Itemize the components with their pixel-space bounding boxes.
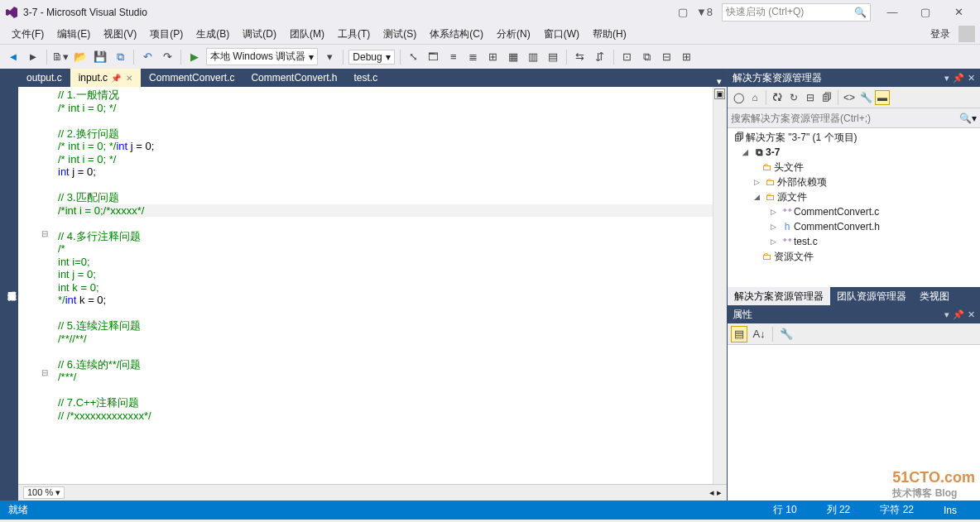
menu-item[interactable]: 窗口(W) <box>537 28 586 40</box>
tree-sources-folder[interactable]: ◢🗀源文件 <box>728 189 980 204</box>
split-nav-icon[interactable]: ▣ <box>714 89 725 99</box>
menu-item[interactable]: 项目(P) <box>143 28 190 40</box>
tool-icon-12[interactable]: ⧉ <box>639 49 656 65</box>
close-button[interactable]: ✕ <box>942 1 975 24</box>
props-dropdown-icon[interactable]: ▾ <box>944 309 949 320</box>
main-toolbar: ◄ ► 🗎▾ 📂 💾 ⧉ ↶ ↷ ▶ 本地 Windows 调试器 ▾ ▾ De… <box>0 44 980 69</box>
tree-project[interactable]: ◢⧉3-7 <box>728 145 980 160</box>
pane-dropdown-icon[interactable]: ▾ <box>944 73 949 84</box>
zoom-select[interactable]: 100 % ▾ <box>23 486 65 499</box>
start-debug-icon[interactable]: ▶ <box>186 49 203 65</box>
menu-item[interactable]: 工具(T) <box>331 28 377 40</box>
open-icon[interactable]: 📂 <box>72 49 89 65</box>
save-icon[interactable]: 💾 <box>92 49 108 65</box>
tool-icon-13[interactable]: ⊟ <box>659 49 675 65</box>
status-ins: Ins <box>944 505 957 516</box>
menu-item[interactable]: 分析(N) <box>490 28 537 40</box>
nav-fwd-icon[interactable]: ► <box>25 49 41 65</box>
tool-icon-3[interactable]: ≡ <box>445 49 462 65</box>
maximize-button[interactable]: ▢ <box>909 1 942 24</box>
props-alpha-icon[interactable]: A↓ <box>751 326 767 342</box>
tool-icon-5[interactable]: ⊞ <box>485 49 502 65</box>
minimize-button[interactable]: — <box>876 1 909 24</box>
tree-external-folder[interactable]: ▷🗀外部依赖项 <box>728 175 980 189</box>
code-editor[interactable]: ⊟ ⊟ // 1.一般情况/* int i = 0; */ // 2.换行问题/… <box>18 87 727 484</box>
debug-more-icon[interactable]: ▾ <box>321 49 338 65</box>
sign-in-link[interactable]: 登录 <box>930 27 950 41</box>
document-tab[interactable]: CommentConvert.c <box>141 69 243 87</box>
nav-back-icon[interactable]: ◄ <box>5 49 22 65</box>
status-char: 字符 22 <box>880 503 914 517</box>
se-sync-icon[interactable]: 🗘 <box>770 90 785 105</box>
tree-resources-folder[interactable]: 🗀资源文件 <box>728 249 980 264</box>
tool-icon-9[interactable]: ⇆ <box>572 49 588 65</box>
search-icon: 🔍▾ <box>959 113 977 124</box>
document-tab[interactable]: CommentConvert.h <box>243 69 345 87</box>
menu-item[interactable]: 调试(D) <box>236 28 283 40</box>
menu-item[interactable]: 团队(M) <box>283 28 331 40</box>
vertical-scrollbar[interactable]: ▣ <box>713 87 727 484</box>
props-pin-icon[interactable]: 📌 <box>953 309 964 320</box>
se-properties-icon[interactable]: 🔧 <box>858 90 873 105</box>
solution-explorer-search[interactable]: 🔍▾ <box>728 108 980 128</box>
tree-solution-root[interactable]: 🗐解决方案 "3-7" (1 个项目) <box>728 130 980 145</box>
solution-tree[interactable]: 🗐解决方案 "3-7" (1 个项目) ◢⧉3-7 🗀头文件 ▷🗀外部依赖项 ◢… <box>728 128 980 287</box>
se-back-icon[interactable]: ◯ <box>731 90 746 105</box>
tool-icon-8[interactable]: ▤ <box>545 49 561 65</box>
tool-icon-14[interactable]: ⊞ <box>679 49 695 65</box>
props-close-icon[interactable]: ✕ <box>968 309 975 320</box>
props-categorized-icon[interactable]: ▤ <box>731 326 747 342</box>
tool-icon-7[interactable]: ▥ <box>525 49 541 65</box>
tab-team-explorer[interactable]: 团队资源管理器 <box>830 287 913 305</box>
quick-launch-input[interactable]: 快速启动 (Ctrl+Q)🔍 <box>722 3 871 22</box>
flag-icon[interactable]: ▼8 <box>696 6 713 18</box>
menu-item[interactable]: 编辑(E) <box>50 28 97 40</box>
tool-icon-11[interactable]: ⊡ <box>619 49 636 65</box>
se-collapse-icon[interactable]: ⊟ <box>803 90 818 105</box>
properties-title: 属性 <box>733 308 752 322</box>
tree-file[interactable]: ▷hCommentConvert.h <box>728 219 980 234</box>
tab-class-view[interactable]: 类视图 <box>913 287 956 305</box>
solution-explorer-toolbar: ◯ ⌂ 🗘 ↻ ⊟ 🗐 <> 🔧 ▬ <box>728 87 980 108</box>
feedback-icon[interactable]: ▢ <box>678 6 688 18</box>
menu-item[interactable]: 帮助(H) <box>586 28 633 40</box>
menu-item[interactable]: 文件(F) <box>5 28 50 40</box>
code-content[interactable]: // 1.一般情况/* int i = 0; */ // 2.换行问题/* in… <box>51 87 713 484</box>
tree-file[interactable]: ▷⁺⁺test.c <box>728 234 980 249</box>
menu-item[interactable]: 视图(V) <box>97 28 143 40</box>
document-tab[interactable]: output.c <box>18 69 70 87</box>
menu-item[interactable]: 体系结构(C) <box>423 28 490 40</box>
new-project-icon[interactable]: 🗎▾ <box>52 49 69 65</box>
se-home-icon[interactable]: ⌂ <box>747 90 762 105</box>
se-refresh-icon[interactable]: ↻ <box>786 90 801 105</box>
status-line: 行 10 <box>773 503 797 517</box>
tool-icon-2[interactable]: 🗔 <box>425 49 442 65</box>
menu-item[interactable]: 生成(B) <box>190 28 236 40</box>
se-showall-icon[interactable]: 🗐 <box>819 90 834 105</box>
tool-icon-1[interactable]: ⤡ <box>406 49 422 65</box>
menu-item[interactable]: 测试(S) <box>377 28 423 40</box>
document-tab[interactable]: input.c📌✕ <box>70 69 141 87</box>
document-tab[interactable]: test.c <box>345 69 386 87</box>
se-preview-icon[interactable]: ▬ <box>875 90 890 105</box>
vs-logo-icon <box>5 6 18 19</box>
properties-grid[interactable] <box>728 345 980 500</box>
props-wrench-icon[interactable]: 🔧 <box>778 326 795 342</box>
tree-file[interactable]: ▷⁺⁺CommentConvert.c <box>728 204 980 219</box>
tab-solution-explorer[interactable]: 解决方案资源管理器 <box>728 287 830 305</box>
tool-icon-4[interactable]: ≣ <box>465 49 482 65</box>
debugger-target-select[interactable]: 本地 Windows 调试器 ▾ <box>206 48 318 65</box>
pane-close-icon[interactable]: ✕ <box>968 73 975 84</box>
redo-icon[interactable]: ↷ <box>159 49 175 65</box>
se-search-input[interactable] <box>731 113 959 124</box>
save-all-icon[interactable]: ⧉ <box>112 49 128 65</box>
pane-pin-icon[interactable]: 📌 <box>953 73 964 84</box>
tab-overflow-icon[interactable]: ▾ <box>712 76 727 87</box>
tree-headers-folder[interactable]: 🗀头文件 <box>728 160 980 175</box>
tool-icon-10[interactable]: ⇵ <box>592 49 608 65</box>
config-select[interactable]: Debug ▾ <box>348 50 394 65</box>
avatar-icon[interactable] <box>958 26 975 42</box>
tool-icon-6[interactable]: ▦ <box>505 49 521 65</box>
se-code-icon[interactable]: <> <box>842 90 857 105</box>
undo-icon[interactable]: ↶ <box>139 49 156 65</box>
